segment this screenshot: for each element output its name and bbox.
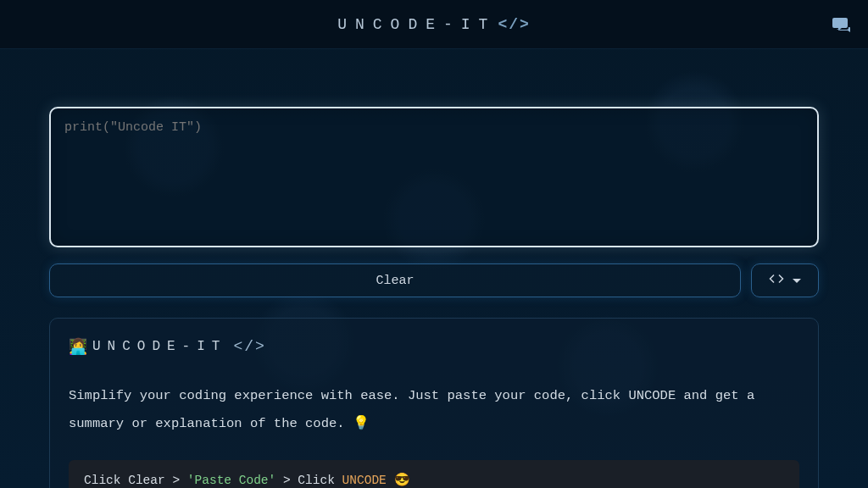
panel-description-text: Simplify your coding experience with eas…	[69, 388, 754, 431]
step-prefix: Click Clear >	[84, 474, 187, 487]
bulb-icon: 💡	[353, 416, 370, 431]
code-input[interactable]	[49, 107, 819, 247]
coder-emoji: 👩‍💻	[69, 337, 87, 356]
language-dropdown-button[interactable]	[751, 263, 819, 297]
panel-title: 👩‍💻 UNCODE-IT </>	[69, 337, 799, 356]
chat-icon[interactable]	[831, 15, 851, 36]
main-container: Clear 👩‍💻 UNCODE-IT </> Simplify your co…	[0, 49, 868, 488]
panel-description: Simplify your coding experience with eas…	[69, 383, 799, 438]
app-header: UNCODE-IT </>	[0, 0, 868, 49]
panel-title-text: UNCODE-IT	[92, 339, 226, 354]
chevron-down-icon	[793, 279, 801, 283]
steps-bar: Click Clear > 'Paste Code' > Click UNCOD…	[69, 460, 799, 488]
app-logo: UNCODE-IT </>	[337, 16, 531, 33]
clear-button[interactable]: Clear	[49, 263, 741, 297]
code-icon	[769, 271, 784, 291]
step-suffix: 😎	[387, 474, 410, 488]
step-paste: 'Paste Code'	[187, 474, 275, 487]
logo-text: UNCODE-IT	[337, 16, 496, 33]
panel-title-code-symbol: </>	[233, 338, 265, 355]
step-uncode: UNCODE	[342, 474, 387, 487]
step-mid: > Click	[275, 474, 342, 487]
info-panel: 👩‍💻 UNCODE-IT </> Simplify your coding e…	[49, 318, 819, 488]
action-row: Clear	[49, 263, 819, 297]
logo-code-symbol: </>	[498, 16, 530, 33]
